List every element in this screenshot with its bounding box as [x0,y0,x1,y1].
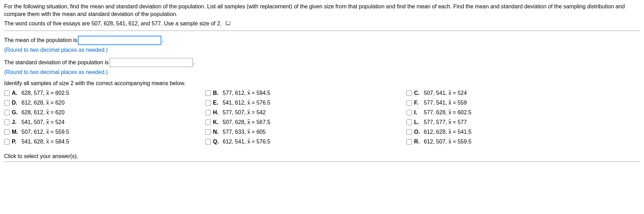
option-letter: F. [414,100,422,106]
option-checkbox-m[interactable] [4,129,10,135]
option-checkbox-q[interactable] [205,139,211,145]
option-checkbox-f[interactable] [406,100,412,106]
option-letter: G. [12,109,19,116]
option-n: N.577, 633, x = 605 [205,129,393,135]
x-bar-symbol: x [247,139,250,145]
option-text: 507, 612, x = 559.5 [22,129,69,135]
option-checkbox-c[interactable] [406,90,412,96]
option-text: 541, 628, x = 584.5 [22,139,69,145]
population-sd-input[interactable] [110,58,193,67]
identify-instruction: Identify all samples of size 2 with the … [4,80,640,87]
x-bar-symbol: x [46,90,49,96]
option-text: 612, 628, x = 541.5 [424,129,471,135]
option-text: 577, 633, x = 605 [223,129,266,135]
x-bar-symbol: x [448,139,451,145]
option-letter: N. [213,129,221,135]
problem-statement-line2: The word counts of five essays are 507, … [4,20,640,28]
mean-prompt-label: The mean of the population is [4,37,77,43]
problem-line2-text: The word counts of five essays are 507, … [4,20,222,26]
option-b: B.577, 612, x = 594.5 [205,90,393,96]
option-letter: C. [414,90,422,96]
x-bar-symbol: x [46,119,49,125]
mean-prompt-row: The mean of the population is . [4,36,640,45]
option-text: 628, 577, x = 602.5 [22,90,69,96]
svg-rect-1 [226,21,230,24]
x-bar-symbol: x [46,139,49,145]
option-checkbox-d[interactable] [4,100,10,106]
option-checkbox-b[interactable] [205,90,211,96]
option-text: 612, 507, x = 559.5 [424,139,471,145]
option-text: 507, 541, x = 524 [424,90,467,96]
option-e: E.541, 612, x = 576.5 [205,100,393,106]
option-checkbox-p[interactable] [4,139,10,145]
option-text: 577, 541, x = 559 [424,100,467,106]
option-o: O.612, 628, x = 541.5 [406,129,594,135]
option-i: I.577, 628, x = 602.5 [406,109,594,116]
sd-prompt-row: The standard deviation of the population… [4,58,640,67]
option-j: J.541, 507, x = 524 [4,119,191,125]
options-grid: A.628, 577, x = 602.5B.577, 612, x = 594… [4,90,594,145]
x-bar-symbol: x [247,109,250,116]
option-p: P.541, 628, x = 584.5 [4,139,191,145]
option-q: Q.612, 541, x = 576.5 [205,139,393,145]
option-c: C.507, 541, x = 524 [406,90,594,96]
option-checkbox-i[interactable] [406,110,412,115]
option-checkbox-o[interactable] [406,129,412,135]
option-letter: O. [414,129,422,135]
mean-prompt-suffix: . [162,37,163,43]
option-checkbox-h[interactable] [205,110,211,115]
x-bar-symbol: x [247,129,250,135]
popup-icon[interactable] [225,20,231,27]
option-text: 507, 628, x = 567.5 [223,119,270,125]
option-checkbox-j[interactable] [4,120,10,125]
x-bar-symbol: x [46,109,49,116]
option-letter: M. [12,129,19,135]
option-checkbox-l[interactable] [406,120,412,125]
option-g: G.628, 612, x = 620 [4,109,191,116]
option-letter: I. [414,109,422,116]
footer-instruction: Click to select your answer(s). [4,152,640,159]
option-letter: L. [414,119,422,125]
x-bar-symbol: x [46,100,49,106]
sd-rounding-hint: (Round to two decimal places as needed.) [4,69,640,75]
option-text: 612, 628, x = 620 [22,100,65,106]
option-letter: B. [213,90,221,96]
x-bar-symbol: x [247,100,250,106]
x-bar-symbol: x [448,90,451,96]
x-bar-symbol: x [448,129,451,135]
sd-prompt-label: The standard deviation of the population… [4,59,109,66]
x-bar-symbol: x [247,119,250,125]
x-bar-symbol: x [448,109,451,116]
option-d: D.612, 628, x = 620 [4,100,191,106]
problem-statement-line1: For the following situation, find the me… [4,3,640,18]
option-letter: D. [12,100,19,106]
option-letter: R. [414,139,422,145]
option-letter: E. [213,100,221,106]
sd-prompt-suffix: . [194,59,195,66]
option-letter: A. [12,90,19,96]
option-text: 577, 612, x = 594.5 [223,90,270,96]
option-text: 577, 577, x = 577 [424,119,467,125]
option-text: 628, 612, x = 620 [22,109,65,116]
option-m: M.507, 612, x = 559.5 [4,129,191,135]
option-checkbox-r[interactable] [406,139,412,145]
option-checkbox-k[interactable] [205,120,211,125]
population-mean-input[interactable] [78,36,161,45]
option-letter: P. [12,139,19,145]
option-f: F.577, 541, x = 559 [406,100,594,106]
option-l: L.577, 577, x = 577 [406,119,594,125]
x-bar-symbol: x [448,119,451,125]
divider-top [4,31,640,31]
option-letter: H. [213,109,221,116]
option-checkbox-a[interactable] [4,90,10,96]
option-a: A.628, 577, x = 602.5 [4,90,191,96]
x-bar-symbol: x [247,90,250,96]
option-k: K.507, 628, x = 567.5 [205,119,393,125]
option-checkbox-e[interactable] [205,100,211,106]
option-text: 541, 612, x = 576.5 [223,100,270,106]
option-checkbox-n[interactable] [205,129,211,135]
option-text: 577, 628, x = 602.5 [424,109,471,116]
divider-bottom [4,162,640,162]
option-checkbox-g[interactable] [4,110,10,115]
option-letter: J. [12,119,19,125]
